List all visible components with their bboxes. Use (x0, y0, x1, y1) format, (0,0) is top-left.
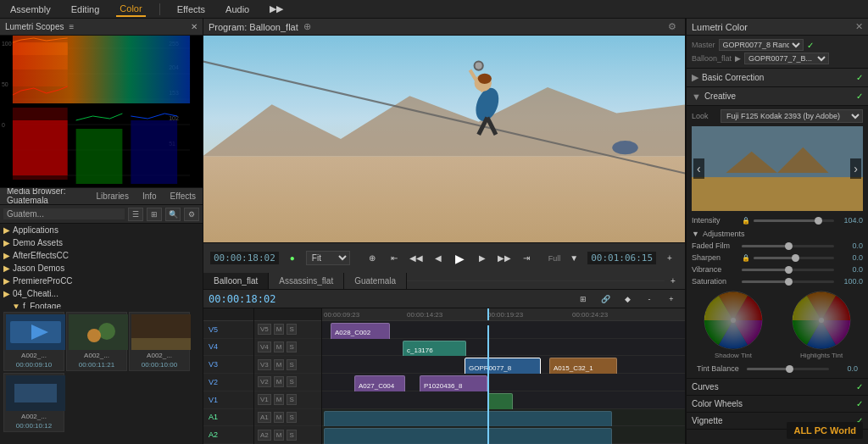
toggle-v3[interactable]: V3 (258, 359, 271, 370)
search-btn[interactable]: 🔍 (165, 208, 181, 221)
next-frame-btn[interactable]: ▶ (474, 250, 491, 267)
saturation-slider[interactable] (742, 280, 834, 283)
menu-item-assembly[interactable]: Assembly (7, 3, 54, 16)
list-item[interactable]: A002_... 00:00:09:10 (3, 312, 64, 371)
sharpen-lock-icon[interactable]: 🔒 (742, 254, 750, 262)
goto-in-btn[interactable]: ⇤ (386, 250, 403, 267)
settings-btn[interactable]: ▼ (565, 250, 582, 267)
prev-frame-btn[interactable]: ◀ (430, 250, 447, 267)
view-list-btn[interactable]: ☰ (128, 208, 143, 221)
play-btn[interactable]: ▶ (452, 250, 469, 267)
lumetri-scopes-menu-icon[interactable]: ≡ (69, 22, 74, 31)
list-item[interactable]: A002_... 00:00:10:00 (129, 312, 190, 371)
mute-v4[interactable]: M (274, 341, 285, 352)
intensity-slider[interactable] (754, 219, 834, 222)
tab-info[interactable]: Info (139, 190, 160, 203)
look-prev-btn[interactable]: ‹ (693, 158, 704, 179)
list-item[interactable]: ▶ 04_Cheati... (0, 287, 203, 300)
menu-item-audio[interactable]: Audio (222, 3, 253, 16)
toggle-a2[interactable]: A2 (258, 430, 271, 441)
step-back-btn[interactable]: ◀◀ (408, 250, 425, 267)
section-color-wheels[interactable]: Color Wheels ✓ (687, 396, 868, 413)
add-marker-btn[interactable]: ⊕ (364, 250, 381, 267)
tint-balance-slider[interactable] (747, 368, 829, 370)
clip-block[interactable] (324, 428, 612, 444)
timeline-zoom-out[interactable]: - (641, 291, 658, 308)
list-item[interactable]: ▶ AfterEffectsCC (0, 249, 203, 262)
toggle-v2[interactable]: V2 (258, 376, 271, 387)
list-item[interactable]: A002_... 00:00:10:12 (3, 373, 64, 432)
list-item[interactable]: ▶ Demo Assets (0, 236, 203, 249)
solo-v2[interactable]: S (287, 376, 296, 387)
timeline-zoom-in[interactable]: + (663, 291, 680, 308)
faded-film-slider[interactable] (742, 245, 834, 247)
mute-v1[interactable]: M (274, 394, 285, 405)
faded-film-label: Faded Film (692, 241, 738, 250)
vibrance-slider[interactable] (742, 269, 834, 271)
clip-select[interactable]: GOPR0077_7_B... (744, 53, 829, 64)
look-select[interactable]: Fuji F125 Kodak 2393 (by Adobe) (721, 109, 863, 123)
intensity-lock-icon[interactable]: 🔒 (742, 217, 750, 225)
export-btn[interactable]: + (661, 250, 678, 267)
look-next-btn[interactable]: › (850, 158, 861, 179)
mute-a2[interactable]: M (274, 430, 285, 441)
monitor-settings-icon[interactable]: ⚙ (668, 21, 676, 32)
solo-v5[interactable]: S (287, 324, 296, 335)
list-item[interactable]: ▶ Applications (0, 224, 203, 236)
solo-a2[interactable]: S (287, 430, 296, 441)
menu-item-more[interactable]: ▶▶ (266, 2, 287, 16)
watermark-prefix: ALL PC (793, 425, 830, 436)
section-creative[interactable]: ▼ Creative ✓ (687, 87, 868, 106)
monitor-link-icon[interactable]: ⊕ (303, 21, 311, 32)
thumb-duration: 00:00:10:12 (6, 422, 62, 430)
adjustments-title: Adjustments (703, 230, 745, 238)
solo-a1[interactable]: S (287, 412, 296, 423)
intensity-label: Intensity (692, 216, 738, 225)
toggle-v1[interactable]: V1 (258, 394, 271, 405)
mute-v3[interactable]: M (274, 359, 285, 370)
mute-v5[interactable]: M (274, 324, 285, 335)
lumetri-scopes-close-icon[interactable]: ✕ (191, 22, 198, 31)
tab-balloon-flat[interactable]: Balloon_flat (203, 273, 269, 289)
menu-item-color[interactable]: Color (116, 2, 145, 17)
list-item[interactable]: A002_... 00:00:11:21 (66, 312, 127, 371)
tab-assassins-flat[interactable]: Assassins_flat (269, 273, 344, 289)
faded-film-row: Faded Film 0.0 (692, 240, 863, 252)
goto-out-btn[interactable]: ⇥ (518, 250, 535, 267)
menu-item-effects[interactable]: Effects (174, 3, 209, 16)
section-curves[interactable]: Curves ✓ (687, 379, 868, 396)
tab-effects[interactable]: Effects (167, 190, 199, 203)
saturation-label: Saturation (692, 277, 738, 286)
timeline-tool-marker[interactable]: ◆ (619, 291, 636, 308)
mute-a1[interactable]: M (274, 412, 285, 423)
list-item[interactable]: ▶ Jason Demos (0, 262, 203, 275)
menu-item-editing[interactable]: Editing (68, 3, 103, 16)
timeline-body: V5 V4 V3 V2 V1 A1 (203, 308, 685, 444)
tab-guatemala[interactable]: Guatemala (344, 273, 407, 289)
timeline-tracks-area[interactable]: 00:00:09:23 00:00:14:23 00:00:19:23 00:0… (322, 308, 685, 444)
shadow-tint-wheel[interactable] (704, 291, 763, 350)
filter-btn[interactable]: ⚙ (184, 208, 199, 221)
list-item[interactable]: ▼ f_Footage (0, 300, 203, 308)
master-select[interactable]: GOPR0077_8 Rande... (719, 39, 804, 51)
step-fwd-btn[interactable]: ▶▶ (496, 250, 513, 267)
timeline-tool-snap[interactable]: ⊞ (575, 291, 592, 308)
section-basic-correction[interactable]: ▶ Basic Correction ✓ (687, 69, 868, 87)
zoom-select[interactable]: Fit 25% 50% 100% (306, 251, 350, 265)
sharpen-slider[interactable] (754, 257, 834, 259)
lumetri-color-close-icon[interactable]: ✕ (855, 21, 863, 32)
toggle-v4[interactable]: V4 (258, 341, 271, 352)
solo-v1[interactable]: S (287, 394, 296, 405)
timeline-tool-link[interactable]: 🔗 (597, 291, 614, 308)
toggle-v5[interactable]: V5 (258, 324, 271, 335)
track-row-v4: c_13176 (322, 339, 685, 357)
list-item[interactable]: ▶ PremiereProCC (0, 275, 203, 287)
solo-v4[interactable]: S (287, 341, 296, 352)
view-grid-btn[interactable]: ⊞ (147, 208, 162, 221)
solo-v3[interactable]: S (287, 359, 296, 370)
mute-v2[interactable]: M (274, 376, 285, 387)
toggle-a1[interactable]: A1 (258, 412, 271, 423)
tab-libraries[interactable]: Libraries (93, 190, 132, 203)
add-timeline-btn[interactable]: + (665, 273, 682, 290)
highlight-tint-wheel[interactable] (792, 291, 851, 350)
